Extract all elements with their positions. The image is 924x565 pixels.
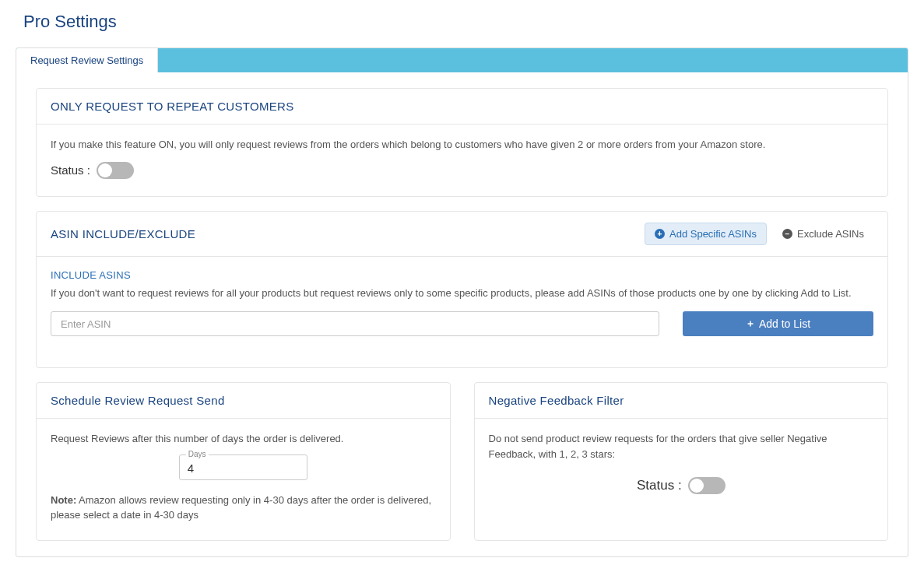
plus-icon bbox=[746, 319, 755, 328]
tab-request-review[interactable]: Request Review Settings bbox=[16, 48, 158, 72]
tab-bar: Request Review Settings bbox=[16, 48, 908, 72]
note-body: Amazon allows review requesting only in … bbox=[51, 494, 431, 521]
days-field-value: 4 bbox=[188, 458, 299, 475]
negative-feedback-toggle[interactable] bbox=[688, 477, 725, 494]
status-row: Status : bbox=[51, 162, 873, 179]
main-panel: Request Review Settings ONLY REQUEST TO … bbox=[16, 47, 908, 557]
exclude-asins-label: Exclude ASINs bbox=[797, 228, 864, 240]
schedule-title: Schedule Review Request Send bbox=[51, 394, 225, 407]
card-header: ASIN INCLUDE/EXCLUDE + Add Specific ASIN… bbox=[37, 212, 887, 257]
negative-description: Do not send product review requests for … bbox=[489, 431, 874, 461]
asin-input-row: Add to List bbox=[51, 311, 873, 336]
card-body: If you make this feature ON, you will on… bbox=[37, 125, 887, 196]
repeat-customers-card: ONLY REQUEST TO REPEAT CUSTOMERS If you … bbox=[36, 88, 888, 197]
status-label: Status : bbox=[637, 478, 682, 493]
card-body: Request Reviews after this number of day… bbox=[37, 419, 450, 540]
card-header: Schedule Review Request Send bbox=[37, 383, 450, 419]
include-asins-heading: INCLUDE ASINS bbox=[51, 269, 873, 281]
note-prefix: Note: bbox=[51, 494, 76, 506]
add-to-list-button[interactable]: Add to List bbox=[683, 311, 873, 336]
negative-feedback-card: Negative Feedback Filter Do not send pro… bbox=[474, 382, 889, 541]
asin-toggle-group: + Add Specific ASINs − Exclude ASINs bbox=[645, 223, 873, 245]
panel-content: ONLY REQUEST TO REPEAT CUSTOMERS If you … bbox=[16, 72, 908, 556]
schedule-card: Schedule Review Request Send Request Rev… bbox=[36, 382, 451, 541]
card-header: Negative Feedback Filter bbox=[475, 383, 888, 419]
status-label: Status : bbox=[51, 163, 90, 177]
exclude-asins-button[interactable]: − Exclude ASINs bbox=[773, 223, 873, 244]
negative-status-row: Status : bbox=[489, 477, 874, 494]
add-to-list-label: Add to List bbox=[759, 318, 810, 330]
page-title: Pro Settings bbox=[16, 12, 908, 32]
add-specific-asins-button[interactable]: + Add Specific ASINs bbox=[645, 223, 767, 245]
card-body: INCLUDE ASINS If you don't want to reque… bbox=[37, 257, 887, 368]
minus-circle-icon: − bbox=[782, 229, 792, 239]
card-header: ONLY REQUEST TO REPEAT CUSTOMERS bbox=[37, 89, 887, 125]
asin-input[interactable] bbox=[51, 311, 659, 336]
include-asins-description: If you don't want to request reviews for… bbox=[51, 286, 873, 301]
repeat-customers-description: If you make this feature ON, you will on… bbox=[51, 137, 873, 153]
asin-card: ASIN INCLUDE/EXCLUDE + Add Specific ASIN… bbox=[36, 211, 888, 369]
days-field[interactable]: Days 4 bbox=[179, 454, 307, 480]
two-col-row: Schedule Review Request Send Request Rev… bbox=[36, 382, 888, 541]
asin-title: ASIN INCLUDE/EXCLUDE bbox=[51, 227, 195, 240]
days-field-label: Days bbox=[186, 450, 209, 458]
repeat-customers-title: ONLY REQUEST TO REPEAT CUSTOMERS bbox=[51, 100, 293, 113]
add-specific-asins-label: Add Specific ASINs bbox=[669, 228, 757, 240]
repeat-customers-toggle[interactable] bbox=[97, 162, 134, 179]
negative-title: Negative Feedback Filter bbox=[489, 394, 624, 407]
plus-circle-icon: + bbox=[655, 229, 665, 239]
card-body: Do not send product review requests for … bbox=[475, 419, 888, 511]
schedule-description: Request Reviews after this number of day… bbox=[51, 431, 436, 447]
schedule-note: Note: Amazon allows review requesting on… bbox=[51, 493, 436, 523]
